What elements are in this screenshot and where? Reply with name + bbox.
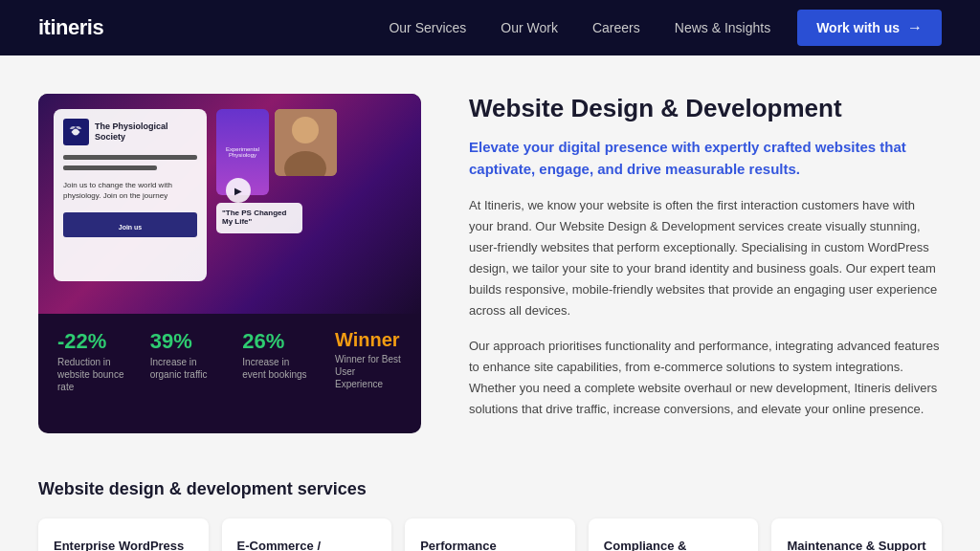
stat-item-organic: 39% Increase in organic traffic	[150, 329, 217, 381]
physio-mock-card: The Physiological Society Join us to cha…	[54, 109, 207, 281]
service-card-ecommerce: E-Commerce / WooCommerce Powerful, custo…	[222, 518, 392, 551]
nav-link-work[interactable]: Our Work	[501, 20, 558, 35]
stat-value-winner: Winner	[335, 329, 402, 351]
stat-label-organic: Increase in organic traffic	[150, 356, 217, 381]
service-title-performance: Performance Optimisation	[420, 538, 560, 551]
main-content: The Physiological Society Join us to cha…	[0, 55, 980, 551]
site-logo: itineris	[38, 15, 103, 40]
physio-join-text: Join us to change the world with physiol…	[63, 180, 197, 201]
hero-section: The Physiological Society Join us to cha…	[38, 94, 942, 433]
stat-item-winner: Winner Winner for Best User Experience	[335, 329, 402, 390]
stat-value-organic: 39%	[150, 329, 217, 354]
service-title-maintenance: Maintenance & Support	[787, 538, 926, 551]
services-section: Website design & development services En…	[38, 479, 942, 551]
mock-cta-btn: Join us	[63, 212, 197, 237]
play-icon: ▶	[234, 186, 242, 196]
physio-logo-area: The Physiological Society	[63, 119, 197, 145]
mock-cta-label: Join us	[119, 224, 143, 231]
hero-subtitle: Elevate your digital presence with exper…	[469, 137, 942, 180]
stat-label-bounce: Reduction in website bounce rate	[57, 356, 124, 393]
service-title-ecommerce: E-Commerce / WooCommerce	[237, 538, 377, 551]
experimental-label: Experimental Physiology	[220, 146, 265, 158]
mock-text-2	[63, 165, 157, 170]
physio-org-name: The Physiological Society	[95, 121, 197, 143]
hero-para-2: Our approach prioritises functionality a…	[469, 336, 942, 420]
mock-right-area: Experimental Physiology	[216, 109, 406, 233]
physio-logo-icon	[63, 119, 89, 145]
service-title-compliance: Compliance & Accessibility	[604, 538, 744, 551]
play-button[interactable]: ▶	[226, 178, 251, 203]
stat-value-bounce: -22%	[57, 329, 124, 354]
nav-link-news[interactable]: News & Insights	[675, 20, 770, 35]
hero-para-1: At Itineris, we know your website is oft…	[469, 195, 942, 322]
stat-item-bounce: -22% Reduction in website bounce rate	[57, 329, 124, 393]
services-grid: Enterprise WordPress Scalable, secure, h…	[38, 518, 942, 551]
nav-link-careers[interactable]: Careers	[592, 20, 640, 35]
mock-quote-text: "The PS Changed My Life"	[222, 209, 297, 226]
service-card-compliance: Compliance & Accessibility Ensure W3C an…	[589, 518, 759, 551]
stat-label-winner: Winner for Best User Experience	[335, 353, 402, 390]
mock-person-image	[275, 109, 337, 176]
service-card-wordpress: Enterprise WordPress Scalable, secure, h…	[38, 518, 209, 551]
navbar: itineris Our Services Our Work Careers N…	[0, 0, 980, 55]
nav-link-services[interactable]: Our Services	[389, 20, 466, 35]
stat-value-events: 26%	[242, 329, 309, 354]
stat-label-events: Increase in event bookings	[242, 356, 309, 381]
nav-cta-label: Work with us	[816, 20, 900, 35]
mock-quote-card: "The PS Changed My Life"	[216, 203, 302, 233]
hero-image-inner: The Physiological Society Join us to cha…	[38, 94, 421, 314]
nav-cta-arrow-icon: →	[907, 19, 923, 36]
service-card-performance: Performance Optimisation Enhance site sp…	[405, 518, 575, 551]
svg-point-1	[292, 117, 319, 143]
work-with-us-button[interactable]: Work with us →	[797, 10, 942, 46]
hero-image-card: The Physiological Society Join us to cha…	[38, 94, 421, 433]
mock-text-1	[63, 155, 197, 160]
services-section-title: Website design & development services	[38, 479, 942, 499]
page-title: Website Design & Development	[469, 94, 942, 123]
hero-text-area: Website Design & Development Elevate you…	[469, 94, 942, 433]
service-title-wordpress: Enterprise WordPress	[54, 538, 193, 551]
nav-links: Our Services Our Work Careers News & Ins…	[389, 20, 770, 35]
stats-bar: -22% Reduction in website bounce rate 39…	[38, 314, 421, 408]
stat-item-events: 26% Increase in event bookings	[242, 329, 309, 381]
service-card-maintenance: Maintenance & Support Security, updates,…	[771, 518, 942, 551]
